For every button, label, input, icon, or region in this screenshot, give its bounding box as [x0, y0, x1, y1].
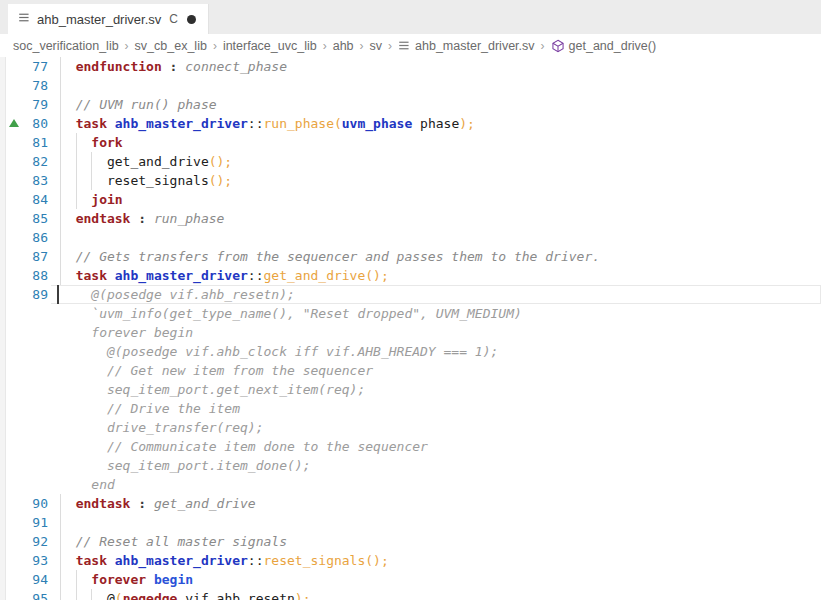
indent-guide [60, 513, 61, 532]
token-pu: (); [365, 268, 388, 283]
code-line-text[interactable] [51, 76, 821, 95]
indent-guide [76, 152, 77, 171]
breadcrumb-item-ahb[interactable]: ahb [333, 39, 354, 53]
token-gh: `uvm_info(get_type_name(), "Reset droppe… [91, 306, 521, 321]
code-line-text[interactable] [51, 228, 821, 247]
token-pl [107, 116, 115, 131]
modified-indicator-dot[interactable] [187, 15, 196, 24]
code-line: 81 fork [0, 133, 821, 152]
token-gh: seq_item_port.get_next_item(req); [107, 382, 365, 397]
gutter: 90 [0, 494, 51, 513]
indent-guide [60, 589, 61, 600]
code-line-text[interactable]: endtask : run_phase [51, 209, 821, 228]
code-line-text[interactable]: forever begin [51, 570, 821, 589]
token-pl: :: [248, 553, 264, 568]
token-cm: // UVM run() phase [76, 97, 217, 112]
token-pu: ); [459, 116, 475, 131]
code-line: 91 [0, 513, 821, 532]
gutter [0, 437, 51, 456]
code-line-text[interactable]: endtask : get_and_drive [51, 494, 821, 513]
token-gh: forever begin [91, 325, 193, 340]
token-kw: join [91, 192, 122, 207]
gutter-up-arrow-icon [9, 119, 19, 127]
token-ty: ahb_master_driver [115, 116, 248, 131]
code-line-text[interactable]: `uvm_info(get_type_name(), "Reset droppe… [51, 304, 821, 323]
gutter [0, 361, 51, 380]
indent-guide [76, 589, 77, 600]
code-line-text[interactable]: end [51, 475, 821, 494]
breadcrumb-item-soc_verification_lib[interactable]: soc_verification_lib [13, 39, 119, 53]
code-line-text[interactable]: reset_signals(); [51, 171, 821, 190]
breadcrumb-item-sv[interactable]: sv [370, 39, 383, 53]
token-pu: (); [365, 553, 388, 568]
token-kw: negedge [123, 591, 178, 600]
breadcrumb-item-interface_uvc_lib[interactable]: interface_uvc_lib [223, 39, 317, 53]
code-line: 93 task ahb_master_driver::reset_signals… [0, 551, 821, 570]
line-number: 88 [32, 266, 51, 285]
token-cm: // Reset all master signals [76, 534, 287, 549]
line-number: 78 [32, 76, 51, 95]
code-line-text[interactable]: forever begin [51, 323, 821, 342]
code-line-text[interactable]: task ahb_master_driver::get_and_drive(); [51, 266, 821, 285]
code-line: 92 // Reset all master signals [0, 532, 821, 551]
indent-guide [60, 76, 61, 95]
token-gh: @(posedge vif.ahb_resetn); [91, 287, 295, 302]
code-line-text[interactable]: join [51, 190, 821, 209]
breadcrumb-separator: › [323, 39, 327, 53]
code-line: 88 task ahb_master_driver::get_and_drive… [0, 266, 821, 285]
file-lines-icon [398, 39, 411, 52]
token-ty: ahb_master_driver [115, 268, 248, 283]
gutter: 82 [0, 152, 51, 171]
breadcrumb-item-sv_cb_ex_lib[interactable]: sv_cb_ex_lib [135, 39, 207, 53]
gutter [0, 475, 51, 494]
code-line: 82 get_and_drive(); [0, 152, 821, 171]
code-line-text[interactable]: // Get new item from the sequencer [51, 361, 821, 380]
code-line-text[interactable]: @(negedge vif.ahb_resetn); [51, 589, 821, 600]
code-line-text[interactable]: // Communicate item done to the sequence… [51, 437, 821, 456]
code-line: 95 @(negedge vif.ahb_resetn); [0, 589, 821, 600]
token-gh: // Get new item from the sequencer [107, 363, 373, 378]
code-line-text[interactable]: get_and_drive(); [51, 152, 821, 171]
token-pu: ( [115, 591, 123, 600]
code-editor[interactable]: 77 endfunction : connect_phase7879 // UV… [0, 57, 821, 600]
indent-guide [76, 133, 77, 152]
token-kw: endfunction [76, 59, 162, 74]
code-line-text[interactable]: endfunction : connect_phase [51, 57, 821, 76]
code-line-text[interactable]: // UVM run() phase [51, 95, 821, 114]
gutter: 93 [0, 551, 51, 570]
breadcrumb-separator: › [388, 39, 392, 53]
token-pl: phase [412, 116, 459, 131]
code-line-text[interactable]: drive_transfer(req); [51, 418, 821, 437]
line-number: 85 [32, 209, 51, 228]
code-line-text[interactable]: seq_item_port.get_next_item(req); [51, 380, 821, 399]
tab-bar: ahb_master_driver.sv C [0, 0, 821, 34]
indent-guide [60, 171, 61, 190]
code-line-text[interactable]: fork [51, 133, 821, 152]
breadcrumb: soc_verification_lib›sv_cb_ex_lib›interf… [0, 34, 821, 57]
code-line-text[interactable]: task ahb_master_driver::reset_signals(); [51, 551, 821, 570]
code-line-text[interactable] [51, 513, 821, 532]
indent-guide [60, 247, 61, 266]
breadcrumb-item-file[interactable]: ahb_master_driver.sv [398, 39, 535, 53]
inline-suggestion-line: @(posedge vif.ahb_clock iff vif.AHB_HREA… [0, 342, 821, 361]
code-line-text[interactable]: @(posedge vif.ahb_clock iff vif.AHB_HREA… [51, 342, 821, 361]
code-line: 78 [0, 76, 821, 95]
code-line-text[interactable]: task ahb_master_driver::run_phase(uvm_ph… [51, 114, 821, 133]
code-line-text[interactable]: // Gets transfers from the sequencer and… [51, 247, 821, 266]
token-fn: run_phase [264, 116, 334, 131]
tab-ahb-master-driver[interactable]: ahb_master_driver.sv C [8, 4, 209, 34]
token-pu: ( [334, 116, 342, 131]
code-line-text[interactable]: @(posedge vif.ahb_resetn); [51, 285, 821, 304]
code-line-text[interactable]: seq_item_port.item_done(); [51, 456, 821, 475]
code-line-text[interactable]: // Reset all master signals [51, 532, 821, 551]
breadcrumb-item-symbol[interactable]: get_and_drive() [551, 39, 657, 53]
line-number: 87 [32, 247, 51, 266]
line-number: 82 [32, 152, 51, 171]
line-number: 86 [32, 228, 51, 247]
token-gh: seq_item_port.item_done(); [107, 458, 311, 473]
token-gh: drive_transfer(req); [107, 420, 264, 435]
code-line-text[interactable]: // Drive the item [51, 399, 821, 418]
token-pl [107, 553, 115, 568]
gutter: 87 [0, 247, 51, 266]
gutter: 84 [0, 190, 51, 209]
